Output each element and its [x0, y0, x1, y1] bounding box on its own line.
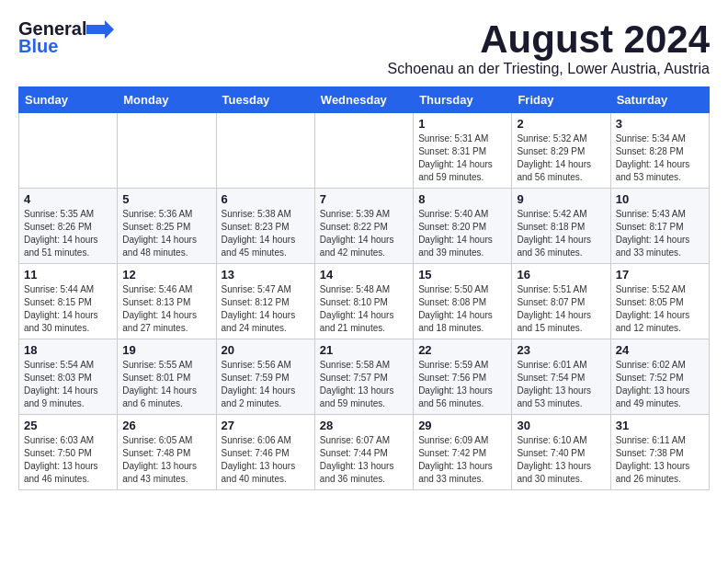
calendar-week-5: 25Sunrise: 6:03 AM Sunset: 7:50 PM Dayli… — [19, 415, 710, 490]
day-number: 28 — [320, 419, 408, 432]
day-info: Sunrise: 5:42 AM Sunset: 8:18 PM Dayligh… — [517, 208, 605, 259]
title-section: August 2024 Schoenau an der Triesting, L… — [388, 18, 710, 77]
day-info: Sunrise: 5:39 AM Sunset: 8:22 PM Dayligh… — [320, 208, 408, 259]
calendar-cell: 6Sunrise: 5:38 AM Sunset: 8:23 PM Daylig… — [216, 189, 314, 264]
day-info: Sunrise: 6:03 AM Sunset: 7:50 PM Dayligh… — [24, 434, 112, 486]
day-info: Sunrise: 5:43 AM Sunset: 8:17 PM Dayligh… — [616, 208, 704, 259]
logo: General Blue — [18, 18, 114, 57]
day-number: 13 — [222, 268, 310, 282]
calendar-cell: 9Sunrise: 5:42 AM Sunset: 8:18 PM Daylig… — [512, 189, 610, 264]
calendar-cell: 16Sunrise: 5:51 AM Sunset: 8:07 PM Dayli… — [512, 264, 610, 339]
day-info: Sunrise: 6:09 AM Sunset: 7:42 PM Dayligh… — [418, 434, 506, 486]
day-number: 22 — [418, 343, 506, 357]
day-info: Sunrise: 5:34 AM Sunset: 8:28 PM Dayligh… — [616, 132, 704, 184]
calendar-cell: 10Sunrise: 5:43 AM Sunset: 8:17 PM Dayli… — [610, 189, 709, 264]
day-info: Sunrise: 6:06 AM Sunset: 7:46 PM Dayligh… — [222, 434, 310, 486]
day-info: Sunrise: 5:38 AM Sunset: 8:23 PM Dayligh… — [222, 208, 310, 259]
day-number: 14 — [320, 268, 408, 282]
day-info: Sunrise: 5:51 AM Sunset: 8:07 PM Dayligh… — [517, 283, 605, 335]
calendar-cell: 21Sunrise: 5:58 AM Sunset: 7:57 PM Dayli… — [314, 339, 413, 415]
day-info: Sunrise: 5:40 AM Sunset: 8:20 PM Dayligh… — [418, 208, 506, 259]
calendar-cell: 1Sunrise: 5:31 AM Sunset: 8:31 PM Daylig… — [414, 113, 512, 189]
calendar-cell: 12Sunrise: 5:46 AM Sunset: 8:13 PM Dayli… — [118, 264, 216, 339]
day-number: 20 — [222, 343, 310, 357]
calendar-cell: 14Sunrise: 5:48 AM Sunset: 8:10 PM Dayli… — [314, 264, 413, 339]
calendar-cell — [314, 113, 413, 189]
day-number: 23 — [517, 343, 605, 357]
day-number: 7 — [320, 192, 408, 206]
day-info: Sunrise: 5:35 AM Sunset: 8:26 PM Dayligh… — [24, 208, 112, 259]
day-number: 29 — [418, 419, 506, 432]
day-info: Sunrise: 6:01 AM Sunset: 7:54 PM Dayligh… — [517, 359, 605, 410]
day-info: Sunrise: 5:48 AM Sunset: 8:10 PM Dayligh… — [320, 283, 408, 335]
calendar-cell: 19Sunrise: 5:55 AM Sunset: 8:01 PM Dayli… — [118, 339, 216, 415]
calendar-cell: 22Sunrise: 5:59 AM Sunset: 7:56 PM Dayli… — [414, 339, 512, 415]
calendar-cell: 27Sunrise: 6:06 AM Sunset: 7:46 PM Dayli… — [216, 415, 314, 490]
col-header-tuesday: Tuesday — [216, 87, 314, 113]
day-number: 11 — [24, 268, 112, 282]
col-header-sunday: Sunday — [19, 87, 118, 113]
day-info: Sunrise: 5:55 AM Sunset: 8:01 PM Dayligh… — [122, 359, 210, 410]
calendar-table: SundayMondayTuesdayWednesdayThursdayFrid… — [18, 86, 710, 490]
calendar-cell: 31Sunrise: 6:11 AM Sunset: 7:38 PM Dayli… — [610, 415, 709, 490]
calendar-cell: 11Sunrise: 5:44 AM Sunset: 8:15 PM Dayli… — [19, 264, 118, 339]
calendar-cell: 13Sunrise: 5:47 AM Sunset: 8:12 PM Dayli… — [216, 264, 314, 339]
day-number: 8 — [418, 192, 506, 206]
calendar-week-1: 1Sunrise: 5:31 AM Sunset: 8:31 PM Daylig… — [19, 113, 710, 189]
day-number: 6 — [222, 192, 310, 206]
calendar-week-4: 18Sunrise: 5:54 AM Sunset: 8:03 PM Dayli… — [19, 339, 710, 415]
month-title: August 2024 — [388, 18, 710, 61]
logo-blue-text: Blue — [18, 36, 58, 57]
calendar-cell: 26Sunrise: 6:05 AM Sunset: 7:48 PM Dayli… — [118, 415, 216, 490]
col-header-monday: Monday — [118, 87, 216, 113]
day-info: Sunrise: 5:47 AM Sunset: 8:12 PM Dayligh… — [222, 283, 310, 335]
day-number: 25 — [24, 419, 112, 432]
calendar-header-row: SundayMondayTuesdayWednesdayThursdayFrid… — [19, 87, 710, 113]
day-number: 3 — [616, 117, 704, 131]
day-info: Sunrise: 5:52 AM Sunset: 8:05 PM Dayligh… — [616, 283, 704, 335]
day-number: 21 — [320, 343, 408, 357]
day-number: 15 — [418, 268, 506, 282]
location-subtitle: Schoenau an der Triesting, Lower Austria… — [388, 61, 710, 77]
calendar-cell: 24Sunrise: 6:02 AM Sunset: 7:52 PM Dayli… — [610, 339, 709, 415]
calendar-week-3: 11Sunrise: 5:44 AM Sunset: 8:15 PM Dayli… — [19, 264, 710, 339]
col-header-thursday: Thursday — [414, 87, 512, 113]
day-number: 31 — [616, 419, 704, 432]
calendar-cell: 17Sunrise: 5:52 AM Sunset: 8:05 PM Dayli… — [610, 264, 709, 339]
day-number: 2 — [517, 117, 605, 131]
calendar-cell: 15Sunrise: 5:50 AM Sunset: 8:08 PM Dayli… — [414, 264, 512, 339]
day-number: 1 — [418, 117, 506, 131]
day-info: Sunrise: 5:58 AM Sunset: 7:57 PM Dayligh… — [320, 359, 408, 410]
day-info: Sunrise: 5:44 AM Sunset: 8:15 PM Dayligh… — [24, 283, 112, 335]
day-number: 27 — [222, 419, 310, 432]
day-info: Sunrise: 5:54 AM Sunset: 8:03 PM Dayligh… — [24, 359, 112, 410]
day-number: 10 — [616, 192, 704, 206]
day-info: Sunrise: 5:50 AM Sunset: 8:08 PM Dayligh… — [418, 283, 506, 335]
day-number: 12 — [122, 268, 210, 282]
calendar-cell — [118, 113, 216, 189]
calendar-cell: 25Sunrise: 6:03 AM Sunset: 7:50 PM Dayli… — [19, 415, 118, 490]
col-header-saturday: Saturday — [610, 87, 709, 113]
col-header-wednesday: Wednesday — [314, 87, 413, 113]
calendar-cell: 2Sunrise: 5:32 AM Sunset: 8:29 PM Daylig… — [512, 113, 610, 189]
calendar-cell: 29Sunrise: 6:09 AM Sunset: 7:42 PM Dayli… — [414, 415, 512, 490]
day-number: 17 — [616, 268, 704, 282]
calendar-cell: 23Sunrise: 6:01 AM Sunset: 7:54 PM Dayli… — [512, 339, 610, 415]
col-header-friday: Friday — [512, 87, 610, 113]
page-header: General Blue August 2024 Schoenau an der… — [18, 18, 710, 77]
calendar-cell: 5Sunrise: 5:36 AM Sunset: 8:25 PM Daylig… — [118, 189, 216, 264]
day-info: Sunrise: 5:36 AM Sunset: 8:25 PM Dayligh… — [122, 208, 210, 259]
day-number: 30 — [517, 419, 605, 432]
day-number: 9 — [517, 192, 605, 206]
day-info: Sunrise: 6:10 AM Sunset: 7:40 PM Dayligh… — [517, 434, 605, 486]
day-info: Sunrise: 6:05 AM Sunset: 7:48 PM Dayligh… — [122, 434, 210, 486]
calendar-cell: 7Sunrise: 5:39 AM Sunset: 8:22 PM Daylig… — [314, 189, 413, 264]
day-number: 16 — [517, 268, 605, 282]
day-info: Sunrise: 5:46 AM Sunset: 8:13 PM Dayligh… — [122, 283, 210, 335]
day-info: Sunrise: 6:11 AM Sunset: 7:38 PM Dayligh… — [616, 434, 704, 486]
calendar-cell: 18Sunrise: 5:54 AM Sunset: 8:03 PM Dayli… — [19, 339, 118, 415]
calendar-cell — [19, 113, 118, 189]
calendar-cell: 30Sunrise: 6:10 AM Sunset: 7:40 PM Dayli… — [512, 415, 610, 490]
day-info: Sunrise: 5:32 AM Sunset: 8:29 PM Dayligh… — [517, 132, 605, 184]
day-info: Sunrise: 6:07 AM Sunset: 7:44 PM Dayligh… — [320, 434, 408, 486]
